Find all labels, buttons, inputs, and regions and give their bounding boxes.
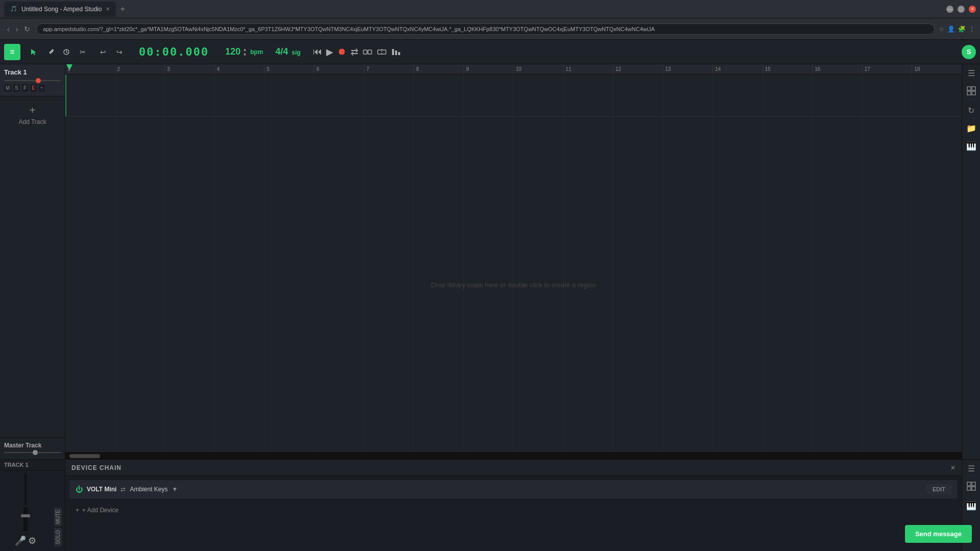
right-panel-refresh-icon[interactable]: ↻ <box>968 106 974 115</box>
ruler-tick-13: 13 <box>663 64 713 74</box>
minimize-button[interactable]: — <box>946 6 953 13</box>
close-button[interactable]: ✕ <box>969 6 976 13</box>
url-bar[interactable]: app.ampedstudio.com/?_gl=1*zkt20c*_ga*MT… <box>36 23 935 35</box>
master-volume-handle[interactable] <box>33 450 38 455</box>
bpm-display: 120 ▲▼ bpm <box>225 46 263 57</box>
window-controls: — □ ✕ <box>946 6 976 13</box>
menu-icon[interactable]: ⋮ <box>969 26 975 33</box>
add-device-button[interactable]: + + Add Device <box>65 503 962 518</box>
maximize-button[interactable]: □ <box>958 6 965 13</box>
scrollbar-thumb[interactable] <box>69 454 100 458</box>
quantize-button[interactable] <box>391 46 401 58</box>
tab-title: Untitled Song - Amped Studio <box>21 6 102 13</box>
right-panel-piano-icon[interactable]: 🎹 <box>966 141 976 151</box>
mic-icon[interactable]: 🎤 <box>15 535 26 546</box>
solo-button[interactable]: S <box>13 84 20 92</box>
mute-button[interactable]: M <box>4 84 11 92</box>
new-tab-button[interactable]: + <box>118 5 127 14</box>
clock-tool-button[interactable] <box>59 45 74 59</box>
empty-track-area: Drop library loops here or double click … <box>65 117 962 452</box>
empty-canvas-hint: Drop library loops here or double click … <box>431 281 596 288</box>
solo-button-bottom[interactable]: SOLO <box>54 528 62 546</box>
add-track-label: Add Track <box>18 118 46 126</box>
right-panel-icon-1[interactable]: ☰ <box>968 68 975 78</box>
svg-marker-0 <box>31 49 36 55</box>
scissors-tool-button[interactable]: ✂ <box>76 45 90 59</box>
mute-button-bottom[interactable]: MUTE <box>54 508 62 526</box>
back-button[interactable]: ‹ <box>5 24 12 34</box>
level-meter <box>24 473 27 505</box>
right-panel-grid-icon[interactable] <box>967 86 976 97</box>
svg-rect-19 <box>972 487 975 490</box>
add-device-label: + Add Device <box>82 507 118 514</box>
play-button[interactable]: ▶ <box>326 46 333 58</box>
profile-icon[interactable]: 👤 <box>947 26 955 33</box>
add-track-plus-icon: + <box>30 105 36 116</box>
eq-button[interactable]: E <box>30 84 37 92</box>
star-icon[interactable]: ☆ <box>939 26 944 33</box>
device-chain-area: DEVICE CHAIN ✕ ⏻ VOLT Mini ⇄ Ambient Key… <box>65 460 962 551</box>
add-track-area[interactable]: + Add Track <box>0 96 65 134</box>
device-edit-button[interactable]: EDIT <box>926 484 951 494</box>
merge-button[interactable] <box>362 46 373 58</box>
add-device-plus-icon: + <box>76 507 79 514</box>
nav-buttons: ‹ › ↻ <box>5 24 32 34</box>
undo-button[interactable]: ↩ <box>96 45 110 59</box>
menu-button[interactable]: ≡ <box>4 44 20 60</box>
mixer-icon[interactable]: ⚙ <box>28 535 36 546</box>
time-sig-value: 4/4 <box>276 46 288 57</box>
cursor-tool-button[interactable] <box>27 45 41 59</box>
extension-icon[interactable]: 🧩 <box>958 26 966 33</box>
horizontal-scrollbar[interactable] <box>65 452 962 459</box>
track-1-name: Track 1 <box>4 68 61 76</box>
right-bottom-grid-icon[interactable] <box>967 482 976 493</box>
device-chain-close-button[interactable]: ✕ <box>950 464 955 471</box>
main-toolbar: ≡ ✂ ↩ ↪ 00:00.000 120 ▲▼ bpm 4/4 sig ⏮ ▶… <box>0 40 980 64</box>
bpm-arrows[interactable]: ▲▼ <box>242 47 247 57</box>
device-chain-title: DEVICE CHAIN <box>71 464 121 471</box>
svg-rect-10 <box>395 51 397 55</box>
redo-button[interactable]: ↪ <box>112 45 127 59</box>
split-button[interactable] <box>377 46 387 58</box>
volume-fader-handle[interactable] <box>21 514 30 517</box>
device-chain-header: DEVICE CHAIN ✕ <box>65 460 962 476</box>
record-button[interactable]: ⏺ <box>337 46 347 58</box>
tab-close-button[interactable]: ✕ <box>106 6 110 12</box>
right-bottom-icon-1[interactable]: ☰ <box>968 464 975 473</box>
skip-back-button[interactable]: ⏮ <box>313 46 322 58</box>
right-panel-folder-icon[interactable]: 📁 <box>966 123 976 133</box>
track-lanes[interactable]: Drop library loops here or double click … <box>65 74 962 452</box>
bpm-value: 120 <box>225 46 240 57</box>
device-dropdown-arrow[interactable]: ▼ <box>172 486 178 493</box>
svg-rect-6 <box>368 50 372 54</box>
loop-button[interactable]: ⇄ <box>351 46 358 58</box>
device-preset-name: Ambient Keys <box>130 486 167 493</box>
track-1-volume-handle[interactable] <box>36 78 41 83</box>
freeze-button[interactable]: F <box>22 84 28 92</box>
automation-button[interactable]: ~ <box>39 84 45 92</box>
send-message-button[interactable]: Send message <box>905 525 972 543</box>
track-panel: Track 1 M S F E ~ + Add Track Master Tra… <box>0 64 65 459</box>
right-bottom-piano-icon[interactable]: 🎹 <box>966 501 976 511</box>
ruler-tick-15: 15 <box>763 64 813 74</box>
device-power-button[interactable]: ⏻ <box>76 485 83 493</box>
ruler-tick-11: 11 <box>564 64 614 74</box>
svg-rect-18 <box>967 487 971 490</box>
bottom-left-mixer: TRACK 1 🎤 ⚙ MUTE SOLO <box>0 460 65 551</box>
svg-rect-16 <box>967 482 971 486</box>
pencil-tool-button[interactable] <box>43 45 57 59</box>
ruler-tick-3: 3 <box>165 64 215 74</box>
main-content-area: Track 1 M S F E ~ + Add Track Master Tra… <box>0 64 980 459</box>
active-tab[interactable]: 🎵 Untitled Song - Amped Studio ✕ <box>4 2 116 17</box>
ruler-tick-6: 6 <box>314 64 364 74</box>
ruler-tick-18: 18 <box>912 64 962 74</box>
profile-avatar[interactable]: S <box>962 45 976 59</box>
forward-button[interactable]: › <box>14 24 20 34</box>
reload-button[interactable]: ↻ <box>22 24 32 34</box>
device-row: ⏻ VOLT Mini ⇄ Ambient Keys ▼ EDIT <box>69 480 958 498</box>
ruler-tick-4: 4 <box>215 64 265 74</box>
track-1-lane[interactable] <box>65 74 962 117</box>
svg-rect-9 <box>392 49 394 55</box>
transport-group: ⏮ ▶ ⏺ ⇄ <box>313 46 401 58</box>
time-sig-label: sig <box>292 49 301 56</box>
